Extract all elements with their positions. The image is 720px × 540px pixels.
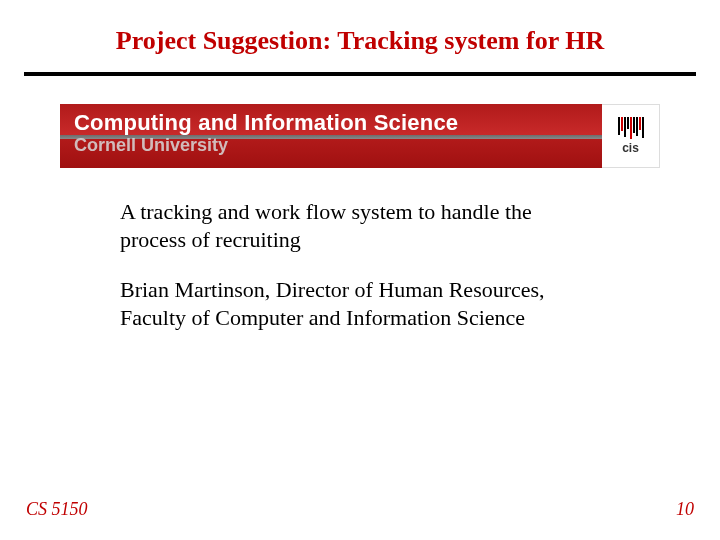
- logo-text: cis: [622, 141, 639, 155]
- slide-title: Project Suggestion: Tracking system for …: [0, 0, 720, 72]
- barcode-icon: [618, 117, 644, 139]
- slide-footer: CS 5150 10: [0, 499, 720, 520]
- footer-page-number: 10: [676, 499, 694, 520]
- banner-red-area: Computing and Information Science Cornel…: [60, 104, 602, 168]
- cis-logo: cis: [602, 104, 660, 168]
- paragraph-2: Brian Martinson, Director of Human Resou…: [120, 276, 600, 332]
- slide: Project Suggestion: Tracking system for …: [0, 0, 720, 540]
- paragraph-1: A tracking and work flow system to handl…: [120, 198, 600, 254]
- department-banner: Computing and Information Science Cornel…: [60, 104, 660, 168]
- footer-course: CS 5150: [26, 499, 88, 520]
- banner-main-text: Computing and Information Science: [74, 112, 602, 134]
- title-divider: [24, 72, 696, 76]
- banner-sub-text: Cornell University: [74, 136, 602, 154]
